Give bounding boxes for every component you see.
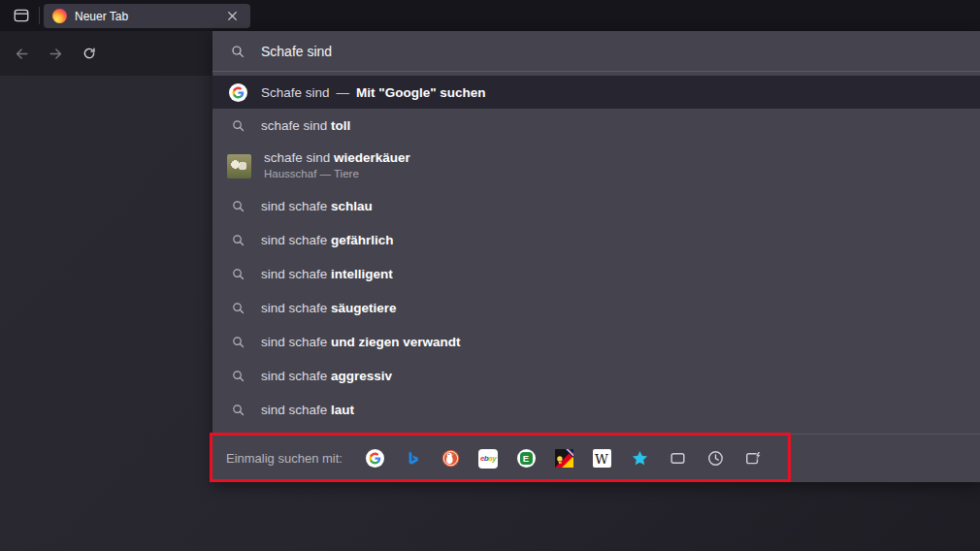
suggestion-row[interactable]: sind schafe intelligent bbox=[212, 257, 980, 291]
suggestion-row[interactable]: sind schafe aggressiv bbox=[212, 359, 980, 393]
oneoff-search-bar: Einmalig suchen mit: bbox=[212, 434, 980, 482]
suggestion-text: Schafe sind—Mit "Google" suchen bbox=[261, 85, 486, 100]
back-button[interactable] bbox=[8, 40, 35, 67]
search-icon bbox=[227, 335, 248, 349]
browser-tab[interactable]: Neuer Tab bbox=[44, 4, 250, 28]
suggestion-row[interactable]: schafe sind toll bbox=[212, 109, 980, 143]
search-icon bbox=[227, 369, 248, 383]
suggestion-row[interactable]: sind schafe gefährlich bbox=[212, 223, 980, 257]
firefox-logo-icon bbox=[52, 9, 67, 23]
suggestion-text: sind schafe und ziegen verwandt bbox=[261, 335, 461, 349]
oneoff-bookmarks-star-icon[interactable] bbox=[628, 447, 651, 470]
oneoff-label: Einmalig suchen mit: bbox=[226, 451, 343, 466]
tab-strip: Neuer Tab bbox=[0, 0, 980, 31]
oneoff-engine-duckduckgo-icon[interactable] bbox=[439, 447, 462, 470]
oneoff-engine-ecosia-icon[interactable]: E bbox=[514, 447, 538, 470]
suggestion-text: sind schafe säugetiere bbox=[261, 301, 397, 315]
suggestion-text: schafe sind toll bbox=[261, 118, 350, 133]
navigation-toolbar bbox=[0, 31, 212, 76]
urlbar-results-panel: Schafe sind Schafe sind—Mit "Google" suc… bbox=[212, 31, 980, 482]
search-icon bbox=[227, 233, 248, 247]
forward-button[interactable] bbox=[42, 40, 69, 67]
suggestion-text: sind schafe intelligent bbox=[261, 267, 393, 281]
ebay-logo: ebay bbox=[478, 449, 498, 469]
oneoff-buttons: ebay E W bbox=[363, 447, 765, 470]
oneoff-engine-leo-dictionary-icon[interactable] bbox=[552, 447, 575, 470]
search-icon bbox=[227, 44, 248, 59]
firefox-view-icon[interactable] bbox=[7, 4, 36, 27]
suggestion-row[interactable]: sind schafe säugetiere bbox=[212, 291, 980, 325]
search-icon bbox=[227, 301, 248, 315]
tab-separator bbox=[39, 7, 40, 24]
suggestion-row-google-search[interactable]: Schafe sind—Mit "Google" suchen bbox=[212, 76, 980, 109]
oneoff-history-icon[interactable] bbox=[703, 447, 727, 470]
suggestion-row[interactable]: sind schafe laut bbox=[212, 393, 980, 427]
oneoff-engine-bing-icon[interactable] bbox=[401, 447, 424, 470]
oneoff-quick-actions-icon[interactable] bbox=[741, 447, 765, 470]
suggestion-row-rich[interactable]: schafe sind wiederkäuer Hausschaf — Tier… bbox=[212, 143, 980, 189]
search-icon bbox=[227, 118, 248, 133]
search-icon bbox=[227, 199, 248, 213]
suggestion-text: sind schafe gefährlich bbox=[261, 233, 394, 247]
suggestion-row[interactable]: sind schafe schlau bbox=[212, 189, 980, 223]
oneoff-engine-google-icon[interactable] bbox=[363, 447, 386, 470]
urlbar-input[interactable]: Schafe sind bbox=[212, 31, 980, 72]
sheep-thumbnail bbox=[227, 154, 251, 178]
reload-icon[interactable] bbox=[76, 40, 103, 67]
tab-title: Neuer Tab bbox=[75, 10, 214, 23]
search-icon bbox=[227, 267, 248, 281]
close-tab-icon[interactable] bbox=[222, 7, 242, 26]
suggestion-text: sind schafe laut bbox=[261, 403, 354, 417]
google-icon bbox=[227, 83, 248, 102]
oneoff-engine-ebay-icon[interactable]: ebay bbox=[476, 447, 500, 470]
suggestion-list: Schafe sind—Mit "Google" suchen schafe s… bbox=[212, 76, 980, 427]
suggestion-text: sind schafe aggressiv bbox=[261, 369, 392, 383]
suggestion-subtitle: Hausschaf — Tiere bbox=[264, 167, 410, 180]
oneoff-tabs-icon[interactable] bbox=[666, 447, 689, 470]
oneoff-engine-wikipedia-icon[interactable]: W bbox=[590, 447, 613, 470]
suggestion-text: schafe sind wiederkäuer Hausschaf — Tier… bbox=[264, 150, 410, 180]
urlbar-query-text: Schafe sind bbox=[261, 44, 332, 59]
suggestion-row[interactable]: sind schafe und ziegen verwandt bbox=[212, 325, 980, 359]
suggestion-text: sind schafe schlau bbox=[261, 199, 373, 213]
search-icon bbox=[227, 403, 248, 417]
